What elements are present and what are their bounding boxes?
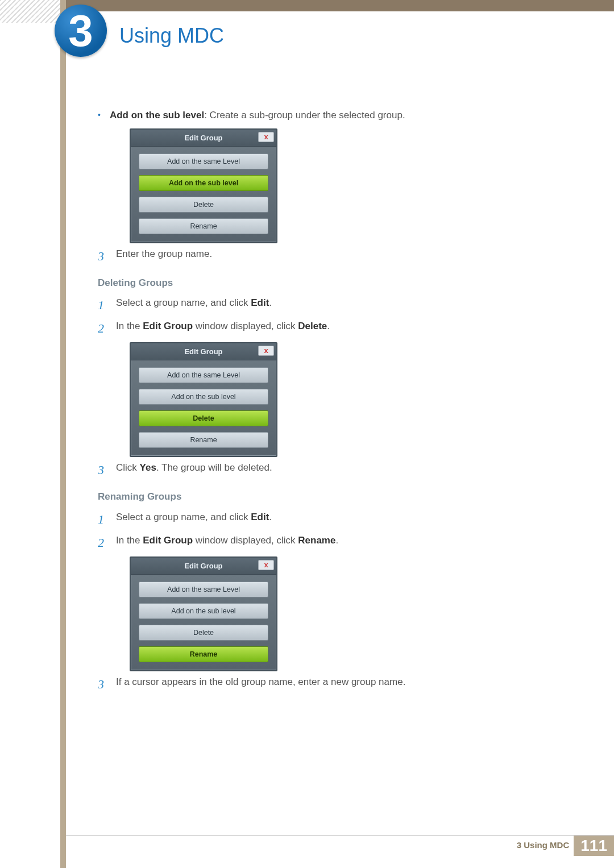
chapter-badge: 3	[55, 5, 107, 57]
step-number: 3	[98, 460, 108, 479]
footer-label: 3 Using MDC	[517, 839, 570, 852]
page-footer: 3 Using MDC 111	[66, 835, 614, 855]
page-content: • Add on the sub level: Create a sub-gro…	[98, 108, 557, 698]
step-3-enter-name: 3 Enter the group name.	[98, 247, 557, 265]
step-text: In the Edit Group window displayed, clic…	[116, 533, 338, 552]
chapter-number: 3	[68, 0, 93, 64]
hatch-decoration	[0, 0, 66, 23]
bullet-bold: Add on the sub level	[110, 110, 204, 121]
ren-step-3: 3 If a cursor appears in the old group n…	[98, 675, 557, 693]
add-sub-level-button[interactable]: Add on the sub level	[139, 603, 268, 619]
dialog-body: Add on the same Level Add on the sub lev…	[131, 360, 276, 450]
close-icon[interactable]: x	[258, 560, 274, 570]
delete-button[interactable]: Delete	[139, 410, 268, 426]
step-number: 3	[98, 675, 108, 693]
edit-group-dialog-1: Edit Group x Add on the same Level Add o…	[130, 128, 277, 243]
ren-step-2: 2 In the Edit Group window displayed, cl…	[98, 533, 557, 552]
rename-button[interactable]: Rename	[139, 646, 268, 662]
edit-group-dialog-2: Edit Group x Add on the same Level Add o…	[130, 342, 277, 457]
add-sub-level-button[interactable]: Add on the sub level	[139, 389, 268, 405]
step-number: 2	[98, 319, 108, 338]
close-icon[interactable]: x	[258, 346, 274, 356]
bullet-add-sub-level: • Add on the sub level: Create a sub-gro…	[98, 108, 557, 123]
del-step-2: 2 In the Edit Group window displayed, cl…	[98, 319, 557, 338]
dialog-title-text: Edit Group	[184, 134, 222, 142]
heading-deleting-groups: Deleting Groups	[98, 276, 557, 290]
dialog-title-text: Edit Group	[184, 347, 222, 356]
delete-button[interactable]: Delete	[139, 625, 268, 641]
delete-button[interactable]: Delete	[139, 197, 268, 213]
bullet-icon: •	[98, 108, 101, 123]
dialog-title: Edit Group x	[131, 343, 276, 360]
step-number: 3	[98, 247, 108, 265]
chapter-title: Using MDC	[119, 20, 224, 51]
step-text: Click Yes. The group will be deleted.	[116, 460, 272, 479]
add-same-level-button[interactable]: Add on the same Level	[139, 153, 268, 169]
add-same-level-button[interactable]: Add on the same Level	[139, 582, 268, 597]
step-number: 1	[98, 510, 108, 529]
edit-group-dialog-3: Edit Group x Add on the same Level Add o…	[130, 556, 277, 671]
step-text: Enter the group name.	[116, 247, 212, 265]
step-text: If a cursor appears in the old group nam…	[116, 675, 405, 693]
step-number: 1	[98, 296, 108, 314]
step-text: Select a group name, and click Edit.	[116, 510, 272, 529]
left-stripe	[60, 0, 66, 868]
dialog-title: Edit Group x	[131, 130, 276, 147]
add-same-level-button[interactable]: Add on the same Level	[139, 367, 268, 383]
step-number: 2	[98, 533, 108, 552]
close-icon[interactable]: x	[258, 132, 274, 142]
add-sub-level-button[interactable]: Add on the sub level	[139, 175, 268, 191]
heading-renaming-groups: Renaming Groups	[98, 489, 557, 504]
dialog-body: Add on the same Level Add on the sub lev…	[131, 147, 276, 236]
del-step-1: 1 Select a group name, and click Edit.	[98, 296, 557, 314]
step-text: Select a group name, and click Edit.	[116, 296, 272, 314]
dialog-title-text: Edit Group	[184, 562, 222, 570]
rename-button[interactable]: Rename	[139, 218, 268, 234]
bullet-rest: : Create a sub-group under the selected …	[204, 110, 405, 121]
dialog-title: Edit Group x	[131, 558, 276, 575]
page-number: 111	[574, 836, 614, 856]
ren-step-1: 1 Select a group name, and click Edit.	[98, 510, 557, 529]
del-step-3: 3 Click Yes. The group will be deleted.	[98, 460, 557, 479]
rename-button[interactable]: Rename	[139, 432, 268, 448]
bullet-text: Add on the sub level: Create a sub-group…	[110, 108, 405, 123]
step-text: In the Edit Group window displayed, clic…	[116, 319, 330, 338]
dialog-body: Add on the same Level Add on the sub lev…	[131, 575, 276, 665]
